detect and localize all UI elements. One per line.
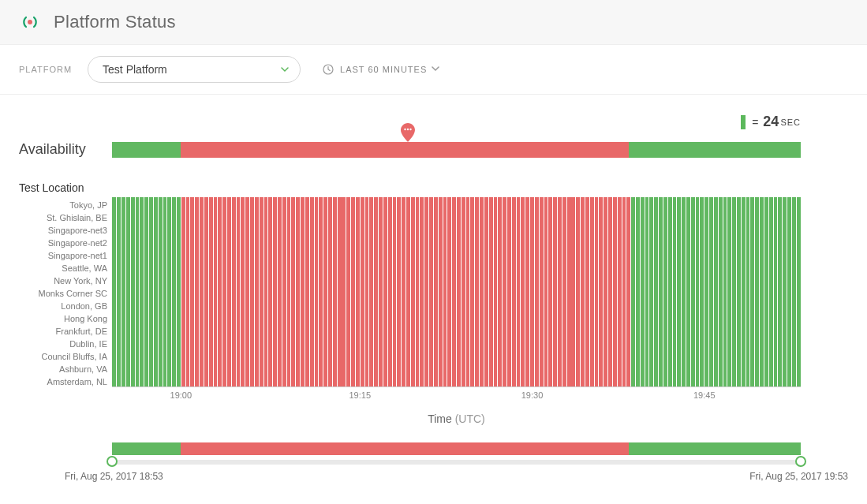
brush-segment [181, 442, 628, 455]
y-axis-tick: Singapore-net1 [19, 249, 112, 262]
y-axis-tick: London, GB [19, 300, 112, 312]
y-axis-tick: Seattle, WA [19, 262, 112, 274]
y-axis-tick: St. Ghislain, BE [19, 211, 112, 224]
svg-point-3 [407, 128, 409, 129]
legend-swatch [741, 115, 746, 129]
y-axis-tick: Singapore-net3 [19, 224, 112, 237]
x-axis-line [112, 386, 801, 387]
page-title: Platform Status [54, 12, 176, 32]
chart-grid[interactable]: 19:0019:1519:3019:45 Time (UTC) [112, 181, 801, 425]
y-axis-tick: New York, NY [19, 274, 112, 287]
legend-value: 24 [763, 114, 779, 130]
y-axis-tick: Council Bluffs, IA [19, 350, 112, 363]
x-axis-tick: 19:30 [521, 390, 544, 400]
time-range-selector[interactable]: LAST 60 MINUTES [323, 64, 439, 75]
legend-unit: SEC [780, 118, 801, 127]
availability-segment [181, 142, 628, 158]
availability-label: Availability [19, 141, 106, 158]
topbar: Platform Status [0, 0, 867, 45]
chevron-down-icon [432, 65, 439, 74]
brush-handle-right[interactable] [795, 456, 806, 467]
x-axis-title: Time (UTC) [112, 413, 801, 425]
x-axis-ticks: 19:0019:1519:3019:45 [112, 390, 801, 405]
y-axis-tick: Tokyo, JP [19, 199, 112, 211]
svg-point-2 [405, 128, 406, 129]
clock-icon [323, 64, 334, 75]
brush-track[interactable] [112, 460, 801, 465]
y-axis-tick: Amsterdam, NL [19, 375, 112, 388]
logo-icon [19, 11, 41, 33]
heatmap-column [796, 197, 801, 386]
brush-handle-left[interactable] [107, 456, 118, 467]
brush-segment [629, 442, 801, 455]
availability-segment [629, 142, 801, 158]
y-axis-tick: Monks Corner SC [19, 287, 112, 300]
time-range-label: LAST 60 MINUTES [340, 65, 427, 74]
y-axis-tick: Dublin, IE [19, 338, 112, 350]
availability-bar[interactable] [112, 142, 801, 158]
svg-point-0 [28, 20, 32, 24]
map-pin-icon[interactable] [401, 123, 415, 142]
y-axis-title: Test Location [19, 181, 112, 194]
time-brush[interactable]: Fri, Aug 25, 2017 18:53 Fri, Aug 25, 201… [19, 442, 848, 482]
platform-filter-label: PLATFORM [19, 65, 72, 74]
x-axis-tick: 19:15 [349, 390, 372, 400]
brush-end-date: Fri, Aug 25, 2017 19:53 [749, 471, 848, 482]
heatmap-chart: Test Location Tokyo, JPSt. Ghislain, BES… [19, 181, 848, 425]
brush-start-date: Fri, Aug 25, 2017 18:53 [65, 471, 163, 482]
platform-dropdown[interactable]: Test Platform [88, 56, 301, 83]
platform-selected: Test Platform [103, 63, 167, 76]
y-axis-tick: Hong Kong [19, 312, 112, 325]
content: = 24 SEC Availability Test Location Toky… [0, 95, 867, 504]
y-axis: Test Location Tokyo, JPSt. Ghislain, BES… [19, 181, 112, 425]
legend-equals: = [752, 116, 758, 129]
y-axis-tick: Ashburn, VA [19, 363, 112, 375]
chevron-down-icon [281, 63, 289, 76]
x-axis-tick: 19:45 [693, 390, 716, 400]
svg-point-4 [410, 128, 412, 129]
availability-row: Availability [19, 141, 848, 158]
availability-segment [112, 142, 181, 158]
brush-segment [112, 442, 181, 455]
x-axis-tick: 19:00 [170, 390, 192, 400]
y-axis-tick: Singapore-net2 [19, 237, 112, 249]
brush-summary-bar [112, 442, 801, 455]
brush-date-range: Fri, Aug 25, 2017 18:53 Fri, Aug 25, 201… [112, 471, 801, 482]
filter-row: PLATFORM Test Platform LAST 60 MINUTES [0, 45, 867, 95]
y-axis-tick: Frankfurt, DE [19, 325, 112, 338]
